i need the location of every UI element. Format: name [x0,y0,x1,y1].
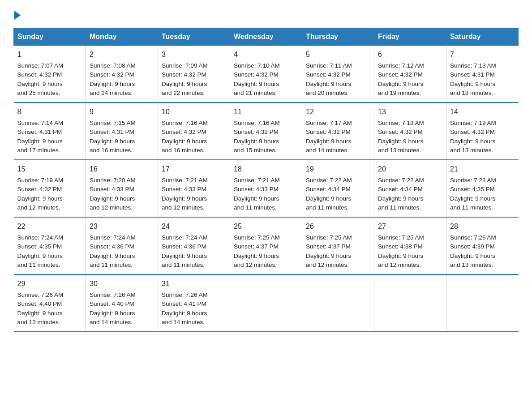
calendar-cell: 18Sunrise: 7:21 AMSunset: 4:33 PMDayligh… [230,160,302,217]
sunrise-text: Sunrise: 7:22 AM [306,177,352,184]
daylight-text: Daylight: 9 hoursand 13 minutes. [378,138,423,154]
sunrise-text: Sunrise: 7:19 AM [450,120,496,126]
week-row-4: 22Sunrise: 7:24 AMSunset: 4:35 PMDayligh… [14,217,519,274]
day-number: 21 [450,164,515,175]
calendar-cell: 15Sunrise: 7:19 AMSunset: 4:32 PMDayligh… [14,160,86,217]
sunset-text: Sunset: 4:35 PM [450,186,495,193]
daylight-text: Daylight: 9 hoursand 14 minutes. [306,138,351,154]
calendar-cell: 22Sunrise: 7:24 AMSunset: 4:35 PMDayligh… [14,217,86,274]
day-number: 24 [162,221,226,232]
sunrise-text: Sunrise: 7:26 AM [162,291,208,298]
sunrise-text: Sunrise: 7:08 AM [90,62,136,69]
daylight-text: Daylight: 9 hoursand 14 minutes. [162,310,207,325]
sunset-text: Sunset: 4:32 PM [306,128,351,135]
day-number: 15 [17,164,82,175]
daylight-text: Daylight: 9 hoursand 12 minutes. [90,195,135,211]
sunrise-text: Sunrise: 7:13 AM [450,62,496,69]
day-number: 25 [234,221,298,232]
week-row-3: 15Sunrise: 7:19 AMSunset: 4:32 PMDayligh… [14,160,519,217]
calendar-cell: 1Sunrise: 7:07 AMSunset: 4:32 PMDaylight… [14,46,86,103]
daylight-text: Daylight: 9 hoursand 12 minutes. [234,253,279,268]
day-number: 5 [306,49,370,60]
sunrise-text: Sunrise: 7:12 AM [378,62,424,69]
sunrise-text: Sunrise: 7:24 AM [90,234,136,241]
header-friday: Friday [374,28,446,46]
sunset-text: Sunset: 4:32 PM [90,71,134,78]
day-number: 17 [162,164,226,175]
sunset-text: Sunset: 4:32 PM [162,128,206,135]
calendar-cell: 5Sunrise: 7:11 AMSunset: 4:32 PMDaylight… [302,46,374,103]
daylight-text: Daylight: 9 hoursand 11 minutes. [90,253,135,268]
sunrise-text: Sunrise: 7:09 AM [162,62,208,69]
sunset-text: Sunset: 4:34 PM [378,186,423,193]
day-number: 23 [90,221,154,232]
sunrise-text: Sunrise: 7:21 AM [162,177,208,184]
sunrise-text: Sunrise: 7:19 AM [17,177,64,184]
sunset-text: Sunset: 4:32 PM [17,71,62,78]
day-number: 18 [234,164,298,175]
daylight-text: Daylight: 9 hoursand 25 minutes. [17,81,63,96]
day-number: 19 [306,164,370,175]
daylight-text: Daylight: 9 hoursand 12 minutes. [17,195,63,211]
sunrise-text: Sunrise: 7:18 AM [378,120,424,126]
logo [13,9,21,20]
daylight-text: Daylight: 9 hoursand 17 minutes. [17,138,63,154]
day-number: 31 [162,278,226,289]
daylight-text: Daylight: 9 hoursand 16 minutes. [90,138,135,154]
day-number: 11 [234,107,298,117]
calendar-cell: 13Sunrise: 7:18 AMSunset: 4:32 PMDayligh… [374,103,446,160]
daylight-text: Daylight: 9 hoursand 12 minutes. [162,195,207,211]
daylight-text: Daylight: 9 hoursand 13 minutes. [450,138,495,154]
day-number: 16 [90,164,154,175]
sunrise-text: Sunrise: 7:26 AM [17,291,64,298]
page-header [13,9,519,20]
daylight-text: Daylight: 9 hoursand 11 minutes. [450,195,495,211]
day-number: 9 [90,107,154,117]
header-monday: Monday [86,28,158,46]
calendar-cell: 12Sunrise: 7:17 AMSunset: 4:32 PMDayligh… [302,103,374,160]
day-number: 10 [162,107,226,117]
sunset-text: Sunset: 4:32 PM [306,71,351,78]
logo-triangle-icon [14,11,21,20]
sunset-text: Sunset: 4:32 PM [234,128,279,135]
calendar-cell [230,274,302,332]
sunrise-text: Sunrise: 7:25 AM [234,234,280,241]
sunset-text: Sunset: 4:33 PM [234,186,279,193]
day-number: 22 [17,221,82,232]
daylight-text: Daylight: 9 hoursand 12 minutes. [306,253,351,268]
calendar-cell [374,274,446,332]
daylight-text: Daylight: 9 hoursand 15 minutes. [234,138,279,154]
day-number: 29 [17,278,82,289]
sunset-text: Sunset: 4:32 PM [378,128,423,135]
sunset-text: Sunset: 4:37 PM [306,243,351,250]
sunrise-text: Sunrise: 7:21 AM [234,177,280,184]
calendar-cell: 4Sunrise: 7:10 AMSunset: 4:32 PMDaylight… [230,46,302,103]
day-number: 13 [378,107,442,117]
calendar-cell: 23Sunrise: 7:24 AMSunset: 4:36 PMDayligh… [86,217,158,274]
day-number: 8 [17,107,82,117]
calendar-cell [302,274,374,332]
sunrise-text: Sunrise: 7:16 AM [234,120,280,126]
daylight-text: Daylight: 9 hoursand 14 minutes. [90,310,135,325]
daylight-text: Daylight: 9 hoursand 13 minutes. [17,310,63,325]
sunrise-text: Sunrise: 7:25 AM [378,234,424,241]
daylight-text: Daylight: 9 hoursand 11 minutes. [306,195,351,211]
calendar-cell: 16Sunrise: 7:20 AMSunset: 4:33 PMDayligh… [86,160,158,217]
sunrise-text: Sunrise: 7:16 AM [162,120,208,126]
sunrise-text: Sunrise: 7:26 AM [450,234,496,241]
day-number: 1 [17,49,82,60]
header-row: SundayMondayTuesdayWednesdayThursdayFrid… [14,28,519,46]
calendar-cell: 21Sunrise: 7:23 AMSunset: 4:35 PMDayligh… [446,160,519,217]
sunset-text: Sunset: 4:35 PM [17,243,62,250]
day-number: 4 [234,49,298,60]
daylight-text: Daylight: 9 hoursand 11 minutes. [234,195,279,211]
calendar-cell: 6Sunrise: 7:12 AMSunset: 4:32 PMDaylight… [374,46,446,103]
daylight-text: Daylight: 9 hoursand 24 minutes. [90,81,135,96]
daylight-text: Daylight: 9 hoursand 11 minutes. [162,253,207,268]
sunrise-text: Sunrise: 7:22 AM [378,177,424,184]
calendar-cell: 19Sunrise: 7:22 AMSunset: 4:34 PMDayligh… [302,160,374,217]
daylight-text: Daylight: 9 hoursand 22 minutes. [162,81,207,96]
calendar-cell: 17Sunrise: 7:21 AMSunset: 4:33 PMDayligh… [158,160,230,217]
calendar-cell [446,274,519,332]
calendar-cell: 10Sunrise: 7:16 AMSunset: 4:32 PMDayligh… [158,103,230,160]
